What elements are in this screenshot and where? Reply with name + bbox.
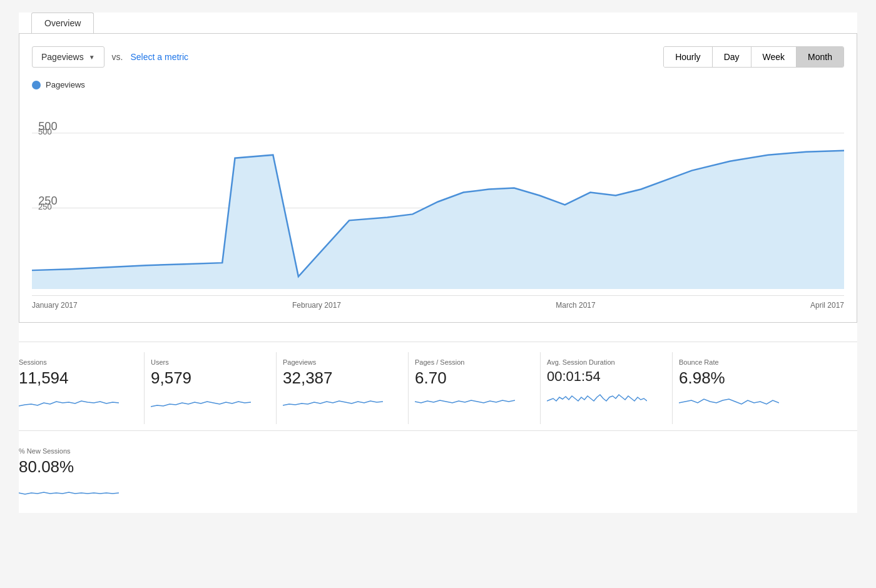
legend-label: Pageviews bbox=[46, 80, 85, 89]
select-metric-link[interactable]: Select a metric bbox=[131, 52, 189, 62]
y-label-250: 250 bbox=[38, 202, 52, 211]
x-label-jan: January 2017 bbox=[32, 301, 78, 310]
stat-sessions: Sessions 11,594 bbox=[19, 352, 131, 418]
divider-1 bbox=[144, 352, 145, 424]
stat-avg-duration-value: 00:01:54 bbox=[547, 368, 647, 385]
sparkline-avg-duration bbox=[547, 387, 647, 406]
stat-users: Users 9,579 bbox=[151, 352, 263, 418]
sparkline-new-sessions bbox=[19, 479, 119, 498]
divider-3 bbox=[408, 352, 409, 424]
stat-bounce-rate-label: Bounce Rate bbox=[679, 358, 779, 366]
x-labels: January 2017 February 2017 March 2017 Ap… bbox=[32, 296, 844, 310]
chart-svg: 500 250 bbox=[32, 96, 844, 295]
legend: Pageviews bbox=[32, 80, 844, 89]
stat-sessions-label: Sessions bbox=[19, 358, 119, 366]
divider-4 bbox=[540, 352, 541, 424]
stat-pageviews: Pageviews 32,387 bbox=[283, 352, 395, 418]
stat-pageviews-label: Pageviews bbox=[283, 358, 383, 366]
stat-new-sessions-value: 80.08% bbox=[19, 457, 119, 477]
time-buttons-group: Hourly Day Week Month bbox=[663, 46, 844, 68]
toolbar: Pageviews ▼ vs. Select a metric Hourly D… bbox=[32, 46, 844, 68]
metric-dropdown[interactable]: Pageviews ▼ bbox=[32, 46, 104, 68]
main-container: Overview Pageviews ▼ vs. Select a metric… bbox=[19, 13, 857, 513]
legend-dot-icon bbox=[32, 81, 41, 89]
dropdown-arrow-icon: ▼ bbox=[89, 54, 95, 61]
sparkline-users bbox=[151, 390, 251, 409]
x-label-apr: April 2017 bbox=[810, 301, 844, 310]
stat-bounce-rate-value: 6.98% bbox=[679, 368, 779, 388]
stat-users-label: Users bbox=[151, 358, 251, 366]
divider-5 bbox=[672, 352, 673, 424]
stat-users-value: 9,579 bbox=[151, 368, 251, 388]
stat-avg-duration-label: Avg. Session Duration bbox=[547, 358, 647, 366]
stat-new-sessions: % New Sessions 80.08% bbox=[19, 441, 131, 507]
x-label-feb: February 2017 bbox=[292, 301, 341, 310]
time-btn-month[interactable]: Month bbox=[797, 47, 843, 67]
time-btn-day[interactable]: Day bbox=[713, 47, 751, 67]
sparkline-bounce-rate bbox=[679, 390, 779, 409]
stat-avg-duration: Avg. Session Duration 00:01:54 bbox=[547, 352, 660, 418]
panel: Pageviews ▼ vs. Select a metric Hourly D… bbox=[19, 33, 857, 323]
stat-pageviews-value: 32,387 bbox=[283, 368, 383, 388]
stat-pages-session-label: Pages / Session bbox=[415, 358, 515, 366]
stat-sessions-value: 11,594 bbox=[19, 368, 119, 388]
tab-overview[interactable]: Overview bbox=[31, 13, 94, 33]
stat-bounce-rate: Bounce Rate 6.98% bbox=[679, 352, 792, 418]
stat-pages-session: Pages / Session 6.70 bbox=[415, 352, 527, 418]
svg-marker-5 bbox=[32, 151, 844, 289]
divider-2 bbox=[276, 352, 277, 424]
toolbar-left: Pageviews ▼ vs. Select a metric bbox=[32, 46, 188, 68]
tab-row: Overview bbox=[19, 13, 857, 33]
y-label-500: 500 bbox=[38, 127, 52, 136]
metric-label: Pageviews bbox=[41, 52, 84, 62]
stat-new-sessions-label: % New Sessions bbox=[19, 447, 119, 455]
chart-area: 500 250 500 250 bbox=[32, 96, 844, 296]
sparkline-pages-session bbox=[415, 390, 515, 409]
sparkline-sessions bbox=[19, 390, 119, 409]
x-label-mar: March 2017 bbox=[556, 301, 595, 310]
stat-pages-session-value: 6.70 bbox=[415, 368, 515, 388]
sparkline-pageviews bbox=[283, 390, 383, 409]
time-btn-hourly[interactable]: Hourly bbox=[664, 47, 712, 67]
vs-text: vs. bbox=[112, 52, 123, 62]
stats-section: Sessions 11,594 Users 9,579 Pageviews 32… bbox=[19, 342, 857, 513]
time-btn-week[interactable]: Week bbox=[751, 47, 797, 67]
